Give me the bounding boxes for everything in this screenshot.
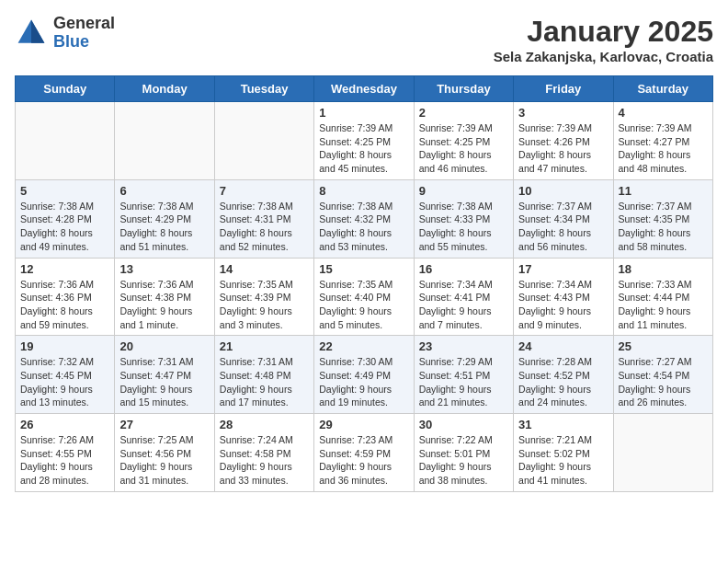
day-info: Sunrise: 7:27 AMSunset: 4:54 PMDaylight:… <box>619 355 708 409</box>
day-info: Sunrise: 7:38 AMSunset: 4:33 PMDaylight:… <box>419 200 508 254</box>
calendar-cell: 31Sunrise: 7:21 AMSunset: 5:02 PMDayligh… <box>514 414 613 492</box>
calendar-cell: 6Sunrise: 7:38 AMSunset: 4:29 PMDaylight… <box>115 179 214 258</box>
weekday-header: Thursday <box>414 76 513 102</box>
calendar-cell: 26Sunrise: 7:26 AMSunset: 4:55 PMDayligh… <box>16 414 115 492</box>
calendar-cell: 13Sunrise: 7:36 AMSunset: 4:38 PMDayligh… <box>115 258 214 336</box>
calendar-cell: 28Sunrise: 7:24 AMSunset: 4:58 PMDayligh… <box>214 414 313 492</box>
day-info: Sunrise: 7:26 AMSunset: 4:55 PMDaylight:… <box>20 433 109 488</box>
calendar-cell: 14Sunrise: 7:35 AMSunset: 4:39 PMDayligh… <box>214 258 313 336</box>
logo: General Blue <box>15 15 115 52</box>
calendar-cell: 8Sunrise: 7:38 AMSunset: 4:32 PMDaylight… <box>314 179 414 258</box>
day-info: Sunrise: 7:22 AMSunset: 5:01 PMDaylight:… <box>419 433 508 488</box>
day-info: Sunrise: 7:32 AMSunset: 4:45 PMDaylight:… <box>20 355 109 409</box>
calendar-cell <box>16 102 115 180</box>
calendar-week-row: 1Sunrise: 7:39 AMSunset: 4:25 PMDaylight… <box>16 102 713 180</box>
day-info: Sunrise: 7:38 AMSunset: 4:31 PMDaylight:… <box>220 200 309 254</box>
day-info: Sunrise: 7:31 AMSunset: 4:47 PMDaylight:… <box>119 355 209 409</box>
day-info: Sunrise: 7:37 AMSunset: 4:35 PMDaylight:… <box>619 200 708 254</box>
calendar-cell: 30Sunrise: 7:22 AMSunset: 5:01 PMDayligh… <box>414 414 513 492</box>
calendar-cell: 15Sunrise: 7:35 AMSunset: 4:40 PMDayligh… <box>314 258 414 336</box>
day-info: Sunrise: 7:30 AMSunset: 4:49 PMDaylight:… <box>319 355 408 409</box>
day-number: 14 <box>220 262 309 276</box>
weekday-header: Friday <box>514 76 613 102</box>
day-number: 2 <box>419 106 508 120</box>
day-number: 28 <box>220 418 309 431</box>
day-number: 21 <box>220 339 309 353</box>
calendar-cell: 22Sunrise: 7:30 AMSunset: 4:49 PMDayligh… <box>314 336 414 414</box>
day-info: Sunrise: 7:29 AMSunset: 4:51 PMDaylight:… <box>419 355 508 409</box>
calendar-cell: 29Sunrise: 7:23 AMSunset: 4:59 PMDayligh… <box>314 414 414 492</box>
calendar-cell: 2Sunrise: 7:39 AMSunset: 4:25 PMDaylight… <box>414 102 513 180</box>
day-number: 6 <box>119 184 209 198</box>
day-info: Sunrise: 7:34 AMSunset: 4:43 PMDaylight:… <box>518 278 608 332</box>
calendar-cell: 24Sunrise: 7:28 AMSunset: 4:52 PMDayligh… <box>514 336 613 414</box>
day-number: 1 <box>319 106 408 120</box>
calendar-week-row: 19Sunrise: 7:32 AMSunset: 4:45 PMDayligh… <box>16 336 713 414</box>
calendar-cell: 9Sunrise: 7:38 AMSunset: 4:33 PMDaylight… <box>414 179 513 258</box>
weekday-header: Monday <box>115 76 214 102</box>
day-number: 7 <box>220 184 309 198</box>
logo-general: General <box>53 14 115 32</box>
calendar-week-row: 12Sunrise: 7:36 AMSunset: 4:36 PMDayligh… <box>16 258 713 336</box>
day-info: Sunrise: 7:37 AMSunset: 4:34 PMDaylight:… <box>518 200 608 254</box>
day-info: Sunrise: 7:36 AMSunset: 4:38 PMDaylight:… <box>119 278 209 332</box>
calendar-cell <box>115 102 214 180</box>
svg-marker-1 <box>31 19 44 42</box>
calendar-cell: 4Sunrise: 7:39 AMSunset: 4:27 PMDaylight… <box>613 102 712 180</box>
calendar-cell: 7Sunrise: 7:38 AMSunset: 4:31 PMDaylight… <box>214 179 313 258</box>
day-number: 13 <box>119 262 209 276</box>
weekday-header: Sunday <box>16 76 115 102</box>
day-number: 8 <box>319 184 408 198</box>
day-number: 20 <box>119 339 209 353</box>
day-info: Sunrise: 7:39 AMSunset: 4:25 PMDaylight:… <box>319 121 408 176</box>
calendar-cell: 10Sunrise: 7:37 AMSunset: 4:34 PMDayligh… <box>514 179 613 258</box>
weekday-header: Wednesday <box>314 76 414 102</box>
weekday-header: Tuesday <box>214 76 313 102</box>
day-number: 11 <box>619 184 708 198</box>
day-number: 25 <box>619 339 708 353</box>
day-number: 26 <box>20 418 109 431</box>
calendar-cell <box>214 102 313 180</box>
calendar-subtitle: Sela Zakanjska, Karlovac, Croatia <box>494 49 713 64</box>
day-number: 30 <box>419 418 508 431</box>
day-info: Sunrise: 7:36 AMSunset: 4:36 PMDaylight:… <box>20 278 109 332</box>
day-info: Sunrise: 7:33 AMSunset: 4:44 PMDaylight:… <box>619 278 708 332</box>
page-header: General Blue January 2025 Sela Zakanjska… <box>15 15 713 64</box>
day-number: 4 <box>619 106 708 120</box>
day-info: Sunrise: 7:38 AMSunset: 4:28 PMDaylight:… <box>20 200 109 254</box>
day-number: 29 <box>319 418 408 431</box>
calendar-cell <box>613 414 712 492</box>
calendar-week-row: 26Sunrise: 7:26 AMSunset: 4:55 PMDayligh… <box>16 414 713 492</box>
day-info: Sunrise: 7:39 AMSunset: 4:27 PMDaylight:… <box>619 121 708 176</box>
day-number: 22 <box>319 339 408 353</box>
calendar-cell: 11Sunrise: 7:37 AMSunset: 4:35 PMDayligh… <box>613 179 712 258</box>
day-number: 17 <box>518 262 608 276</box>
calendar-cell: 19Sunrise: 7:32 AMSunset: 4:45 PMDayligh… <box>16 336 115 414</box>
day-number: 27 <box>119 418 209 431</box>
calendar-cell: 12Sunrise: 7:36 AMSunset: 4:36 PMDayligh… <box>16 258 115 336</box>
day-number: 15 <box>319 262 408 276</box>
calendar-cell: 21Sunrise: 7:31 AMSunset: 4:48 PMDayligh… <box>214 336 313 414</box>
day-number: 10 <box>518 184 608 198</box>
day-number: 31 <box>518 418 608 431</box>
day-info: Sunrise: 7:34 AMSunset: 4:41 PMDaylight:… <box>419 278 508 332</box>
day-info: Sunrise: 7:35 AMSunset: 4:40 PMDaylight:… <box>319 278 408 332</box>
calendar-title: January 2025 <box>494 15 713 49</box>
calendar-cell: 18Sunrise: 7:33 AMSunset: 4:44 PMDayligh… <box>613 258 712 336</box>
day-info: Sunrise: 7:31 AMSunset: 4:48 PMDaylight:… <box>220 355 309 409</box>
calendar-week-row: 5Sunrise: 7:38 AMSunset: 4:28 PMDaylight… <box>16 179 713 258</box>
day-number: 19 <box>20 339 109 353</box>
day-number: 9 <box>419 184 508 198</box>
logo-text: General Blue <box>53 15 115 52</box>
day-info: Sunrise: 7:39 AMSunset: 4:25 PMDaylight:… <box>419 121 508 176</box>
day-info: Sunrise: 7:39 AMSunset: 4:26 PMDaylight:… <box>518 121 608 176</box>
day-number: 3 <box>518 106 608 120</box>
calendar-cell: 17Sunrise: 7:34 AMSunset: 4:43 PMDayligh… <box>514 258 613 336</box>
day-number: 24 <box>518 339 608 353</box>
day-info: Sunrise: 7:38 AMSunset: 4:32 PMDaylight:… <box>319 200 408 254</box>
calendar-cell: 1Sunrise: 7:39 AMSunset: 4:25 PMDaylight… <box>314 102 414 180</box>
calendar-cell: 16Sunrise: 7:34 AMSunset: 4:41 PMDayligh… <box>414 258 513 336</box>
day-info: Sunrise: 7:25 AMSunset: 4:56 PMDaylight:… <box>119 433 209 488</box>
day-number: 12 <box>20 262 109 276</box>
calendar-cell: 20Sunrise: 7:31 AMSunset: 4:47 PMDayligh… <box>115 336 214 414</box>
